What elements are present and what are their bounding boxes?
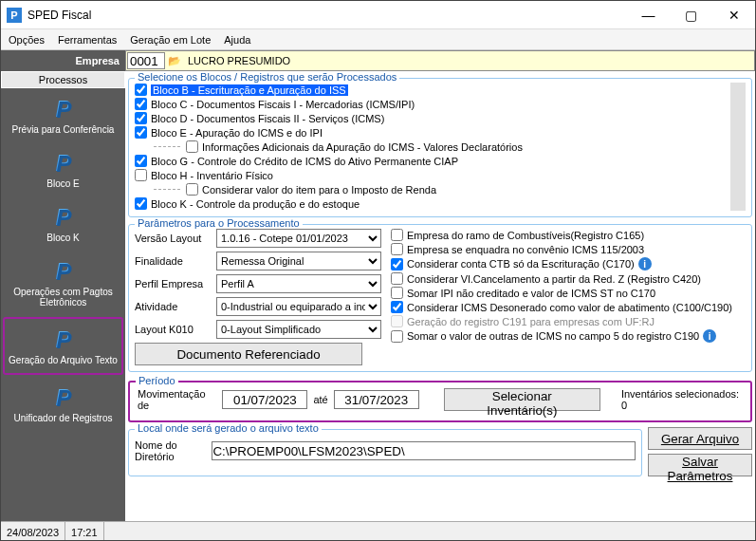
maximize-button[interactable]: ▢ <box>670 1 712 29</box>
bloco-label: Informações Adicionais da Apuração do IC… <box>202 141 523 153</box>
bloco-checkbox[interactable] <box>135 98 147 110</box>
sidebar-item-previa[interactable]: PPrévia para Conferência <box>1 88 125 142</box>
sidebar-item-unificador[interactable]: PUnificador de Registros <box>1 377 125 431</box>
param-checkbox[interactable] <box>391 272 403 285</box>
bloco-row[interactable]: Bloco G - Controle do Crédito de ICMS do… <box>135 154 727 168</box>
info-icon[interactable]: i <box>638 257 652 270</box>
status-time: 17:21 <box>65 522 104 541</box>
menu-opcoes[interactable]: Opções <box>9 34 45 46</box>
bloco-checkbox[interactable] <box>135 84 147 96</box>
bloco-row[interactable]: Bloco C - Documentos Fiscais I - Mercado… <box>135 97 727 111</box>
scrollbar[interactable] <box>730 83 746 211</box>
param-check-row: Geração do registro C191 para empresas c… <box>391 315 746 327</box>
params-title: Parâmetros para o Processamento <box>135 217 303 229</box>
p-icon: P <box>55 96 70 122</box>
window-title: SPED Fiscal <box>28 9 627 22</box>
p-icon: P <box>55 204 70 231</box>
doc-referenciado-button[interactable]: Documento Referenciado <box>135 343 362 365</box>
param-check-label: Empresa do ramo de Combustíveis(Registro… <box>407 230 644 241</box>
periodo-groupbox: Período Movimentação de até Selecionar I… <box>128 381 752 422</box>
mov-label: Movimentação de <box>138 388 216 411</box>
menu-ferramentas[interactable]: Ferramentas <box>58 34 117 46</box>
param-check-row: Considerar Vl.Cancelamento a partir da R… <box>391 272 746 285</box>
bloco-checkbox[interactable] <box>135 155 147 167</box>
folder-open-icon[interactable]: 📂 <box>165 55 184 67</box>
salvar-parametros-button[interactable]: Salvar Parâmetros <box>648 454 752 476</box>
bloco-row[interactable]: Bloco K - Controle da produção e do esto… <box>135 196 727 211</box>
bloco-row[interactable]: Informações Adicionais da Apuração do IC… <box>135 140 727 154</box>
empresa-toolbar: Empresa 📂 LUCRO PRESUMIDO <box>1 50 755 71</box>
param-check-label: Geração do registro C191 para empresas c… <box>407 316 655 327</box>
sidebar-item-bloco-k[interactable]: PBloco K <box>1 196 125 251</box>
param-check-label: Empresa se enquadra no convênio ICMS 115… <box>407 244 644 255</box>
window-controls: — ▢ ✕ <box>627 1 755 29</box>
menu-ajuda[interactable]: Ajuda <box>224 34 250 46</box>
bloco-label: Considerar valor do item para o Imposto … <box>202 184 436 196</box>
empresa-code-input[interactable] <box>127 52 165 69</box>
sidebar-header: Processos <box>1 71 125 88</box>
sidebar: Processos PPrévia para Conferência PBloc… <box>1 71 125 521</box>
selecionar-inventario-button[interactable]: Selecionar Inventário(s) <box>444 388 600 411</box>
param-check-label: Considerar Vl.Cancelamento a partir da R… <box>407 273 701 285</box>
output-groupbox: Local onde será gerado o arquivo texto N… <box>128 429 642 476</box>
empresa-name: LUCRO PRESUMIDO <box>184 55 290 66</box>
param-checkbox[interactable] <box>391 258 403 270</box>
finalidade-select[interactable]: Remessa Original <box>216 252 381 270</box>
bloco-row[interactable]: Bloco E - Apuração do ICMS e do IPI <box>135 125 727 140</box>
param-checkbox <box>391 315 403 327</box>
statusbar: 24/08/2023 17:21 <box>1 521 755 541</box>
bloco-checkbox[interactable] <box>135 126 147 139</box>
bloco-row[interactable]: Bloco B - Escrituração e Apuração do ISS <box>135 83 727 97</box>
p-icon: P <box>55 258 70 285</box>
menubar: Opções Ferramentas Geração em Lote Ajuda <box>1 29 755 50</box>
layoutk-label: Layout K010 <box>135 324 211 335</box>
bloco-row[interactable]: Bloco H - Inventário Físico <box>135 168 727 182</box>
minimize-button[interactable]: — <box>627 1 670 29</box>
close-button[interactable]: ✕ <box>712 1 755 29</box>
layoutk-select[interactable]: 0-Layout Simplificado <box>216 320 381 339</box>
bloco-checkbox[interactable] <box>135 197 147 210</box>
bloco-checkbox[interactable] <box>135 112 147 124</box>
periodo-fim-input[interactable] <box>334 390 419 409</box>
output-title: Local onde será gerado o arquivo texto <box>135 422 322 434</box>
param-checkbox[interactable] <box>391 301 403 313</box>
app-icon: P <box>7 8 22 23</box>
param-checkbox[interactable] <box>391 330 403 343</box>
sidebar-item-pagtos[interactable]: POperações com Pagtos Eletrônicos <box>1 251 125 315</box>
param-check-label: Considerar ICMS Desonerado como valor de… <box>407 302 732 313</box>
versao-select[interactable]: 1.0.16 - Cotepe 01/01/2023 <box>216 229 381 248</box>
bloco-label: Bloco B - Escrituração e Apuração do ISS <box>151 84 348 96</box>
diretorio-input[interactable] <box>212 441 636 460</box>
info-icon[interactable]: i <box>703 329 716 343</box>
bloco-row[interactable]: Bloco D - Documentos Fiscais II - Serviç… <box>135 111 727 125</box>
bloco-checkbox[interactable] <box>135 169 147 181</box>
param-checkbox[interactable] <box>391 287 403 299</box>
versao-label: Versão Layout <box>135 233 211 244</box>
bloco-checkbox[interactable] <box>186 140 198 153</box>
inventarios-count: Inventários selecionados: 0 <box>621 388 743 411</box>
status-date: 24/08/2023 <box>1 522 65 541</box>
blocos-list[interactable]: Bloco B - Escrituração e Apuração do ISS… <box>135 83 730 211</box>
gerar-arquivo-button[interactable]: Gerar Arquivo <box>648 427 752 450</box>
param-check-row: Empresa se enquadra no convênio ICMS 115… <box>391 243 746 255</box>
menu-geracao-lote[interactable]: Geração em Lote <box>130 34 211 46</box>
sidebar-item-bloco-e[interactable]: PBloco E <box>1 142 125 196</box>
p-icon: P <box>55 384 70 411</box>
periodo-inicio-input[interactable] <box>222 390 307 409</box>
perfil-select[interactable]: Perfil A <box>216 274 381 293</box>
param-check-label: Somar o valor de outras de ICMS no campo… <box>407 330 699 342</box>
titlebar: P SPED Fiscal — ▢ ✕ <box>1 1 755 29</box>
param-checkbox[interactable] <box>391 243 403 255</box>
param-checkbox[interactable] <box>391 229 403 241</box>
sidebar-item-geracao-arquivo[interactable]: PGeração do Arquivo Texto <box>3 317 123 375</box>
p-icon: P <box>55 326 70 353</box>
param-check-label: Somar IPI não creditado e valor de ICMS … <box>407 288 655 299</box>
bloco-checkbox[interactable] <box>186 183 198 196</box>
perfil-label: Perfil Empresa <box>135 278 211 289</box>
finalidade-label: Finalidade <box>135 255 211 267</box>
atividade-select[interactable]: 0-Industrial ou equiparado a industrial <box>216 297 381 316</box>
bloco-label: Bloco D - Documentos Fiscais II - Serviç… <box>151 113 384 124</box>
param-check-row: Somar o valor de outras de ICMS no campo… <box>391 329 746 343</box>
bloco-row[interactable]: Considerar valor do item para o Imposto … <box>135 182 727 196</box>
periodo-title: Período <box>136 375 178 386</box>
